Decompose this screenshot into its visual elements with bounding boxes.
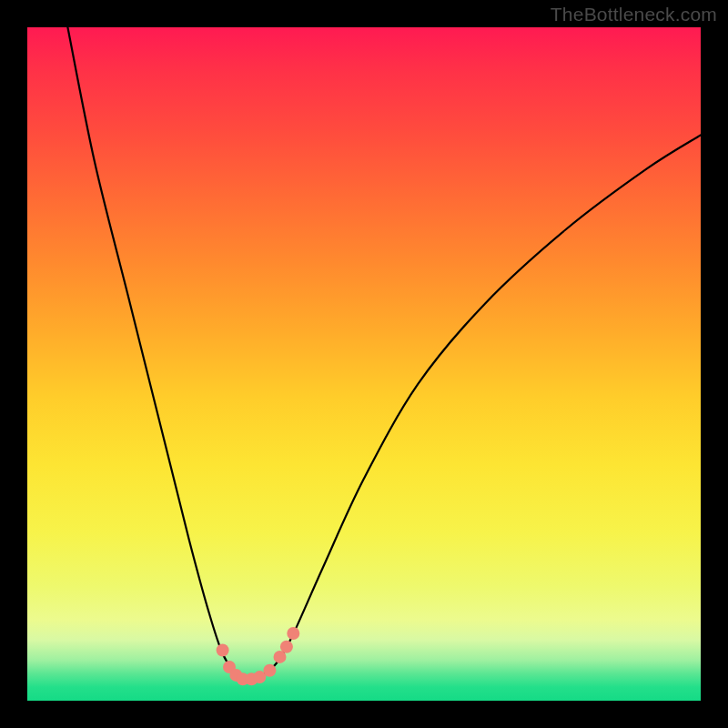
data-marker	[263, 664, 276, 677]
chart-frame: TheBottleneck.com	[0, 0, 728, 728]
plot-area	[27, 27, 701, 701]
data-marker	[287, 627, 299, 640]
curve-path	[67, 27, 701, 681]
chart-svg	[27, 27, 701, 701]
data-marker	[280, 641, 293, 653]
marker-group	[217, 627, 300, 685]
watermark-text: TheBottleneck.com	[551, 4, 717, 25]
data-marker	[217, 644, 229, 657]
